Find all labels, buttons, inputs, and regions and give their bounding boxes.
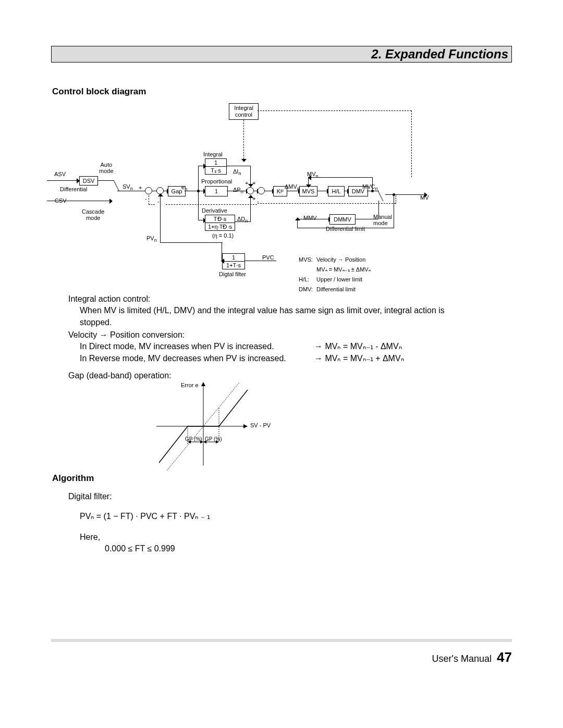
line: [227, 166, 250, 166]
line: [198, 191, 203, 191]
section-header: 2. Expanded Functions: [51, 46, 512, 63]
dmv-label: ΔMVn: [285, 183, 300, 191]
gp-left: GP (%): [185, 436, 202, 442]
svg-line-6: [159, 426, 188, 463]
integral-action-body: When MV is limited (H/L, DMV) and the in…: [68, 305, 459, 328]
proportional-label: Proportional: [201, 178, 232, 184]
d-den: 1+η·TƉ·s: [205, 223, 235, 230]
integral-action-block: Integral action control: When MV is limi…: [68, 293, 459, 328]
line: [394, 194, 394, 228]
df-formula: PVₙ = (1 − FT) · PVC + FT · PVₙ ₋ ₁: [80, 511, 210, 522]
svg-line-8: [219, 390, 248, 426]
delta-i-label: ΔIn: [233, 168, 241, 176]
diagram-legend: MVS:Velocity → Position MVₙ = MVₙ₋₁ ± ΔM…: [297, 254, 374, 295]
line: [250, 166, 251, 184]
svg-line-0: [114, 180, 119, 191]
integral-label: Integral: [203, 151, 223, 157]
integral-den: T₁·s: [205, 167, 226, 174]
header-title: 2. Expanded Functions: [371, 47, 508, 61]
section-control-block: Control block diagram: [52, 87, 146, 97]
line: [317, 191, 327, 191]
ft-range: 0.000 ≤ FT ≤ 0.999: [105, 543, 175, 554]
line: [311, 177, 373, 178]
mv-out-label: MV: [420, 194, 429, 201]
asv-label: ASV: [54, 171, 66, 177]
velocity-block: Velocity → Position conversion: In Direc…: [68, 329, 470, 364]
gap-ylabel: Error e: [181, 382, 199, 388]
df-den: 1+T·s: [223, 262, 244, 269]
velocity-line1: In Direct mode, MV increases when PV is …: [68, 341, 314, 352]
page-root: 2. Expanded Functions Control block diag…: [0, 0, 563, 728]
minus: -: [157, 198, 160, 204]
derivative-label: Derivative: [202, 207, 227, 214]
eta-note: (η = 0.1): [212, 232, 234, 239]
switch-symbol: [97, 176, 120, 196]
sum-junction: [145, 187, 152, 194]
velocity-title: Velocity → Position conversion:: [68, 329, 470, 341]
line: [224, 261, 225, 261]
dotted-line: [166, 204, 257, 205]
digital-filter-label: Digtal filter: [219, 271, 246, 277]
line: [160, 242, 223, 243]
dotted-line: [149, 204, 155, 205]
velocity-line2: In Reverse mode, MV decreases when PV is…: [68, 353, 314, 364]
gap-deadband-chart: Error e SV - PV GP (%) GP (%): [156, 379, 287, 471]
minus: -: [145, 195, 147, 202]
line: [164, 191, 167, 191]
svn-label: SVn: [123, 183, 133, 191]
line: [254, 191, 257, 191]
pvc-label: PVC: [262, 254, 274, 261]
line: [227, 191, 246, 191]
svg-marker-5: [243, 424, 248, 428]
node: [371, 190, 374, 192]
digital-filter-title: Digital filter:: [68, 491, 112, 502]
integral-control-box: Integral control: [229, 103, 259, 120]
line: [47, 201, 109, 201]
digital-filter-tf: 1 1+T·s: [222, 253, 245, 269]
pvn-label: PVn: [146, 235, 157, 243]
sum-junction: [247, 187, 254, 194]
line: [198, 220, 203, 220]
line: [265, 191, 272, 191]
hl-box: H/L: [328, 186, 345, 196]
line: [308, 177, 309, 184]
dotted-line: [396, 195, 396, 204]
dsv-box: DSV: [79, 176, 98, 186]
gap-xlabel: SV - PV: [250, 422, 271, 428]
control-block-diagram: Integral control Integral 1 T₁·s ΔIn ASV…: [47, 99, 480, 287]
derivative-tf: TƉ·s 1+η·TƉ·s: [205, 215, 235, 231]
gap-title: Gap (dead-band) operation:: [68, 370, 171, 381]
prop-box: 1: [205, 186, 228, 196]
footer-bar: [51, 639, 512, 642]
manual-mode-label: Manual mode: [373, 214, 392, 226]
integral-tf: 1 T₁·s: [205, 158, 227, 175]
line: [235, 221, 251, 222]
df-num: 1: [223, 254, 244, 262]
velocity-eq1: → MVₙ = MVₙ₋₁ - ΔMVₙ: [314, 341, 402, 352]
line: [47, 180, 77, 181]
plus: +: [139, 184, 142, 191]
line: [385, 194, 424, 195]
gp-right: GP (%): [205, 436, 222, 442]
plus: +: [252, 195, 255, 202]
dotted-line: [411, 110, 412, 177]
svg-line-1: [378, 191, 383, 201]
line: [297, 219, 328, 219]
section-algorithm: Algorithm: [52, 473, 94, 484]
dmmv-box: DMMV: [329, 214, 356, 225]
mvs-box: MVS: [299, 186, 317, 196]
line: [245, 261, 276, 261]
differential-label: Differential: [60, 186, 87, 192]
line: [344, 191, 347, 191]
auto-mode-label: Auto mode: [99, 162, 114, 174]
plus: +: [245, 180, 248, 186]
d-num: TƉ·s: [205, 215, 235, 223]
line: [198, 166, 199, 220]
node: [393, 193, 395, 196]
line: [160, 196, 161, 243]
line: [297, 220, 298, 228]
dotted-line: [258, 110, 411, 111]
here-label: Here,: [80, 532, 100, 543]
footer-text: User's Manual 47: [432, 649, 512, 665]
integral-action-title: Integral action control:: [68, 293, 459, 305]
